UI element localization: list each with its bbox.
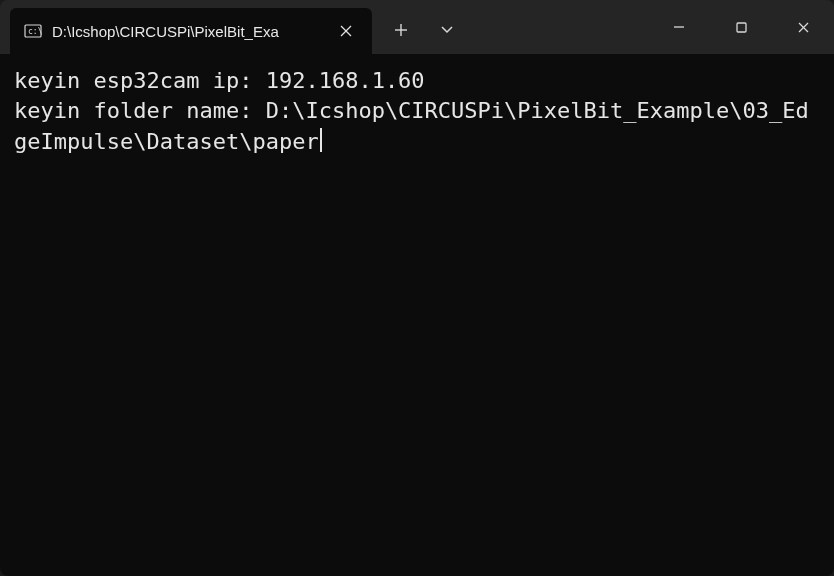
close-icon [340,25,352,37]
prompt-text: keyin esp32cam ip: [14,68,266,93]
terminal-area[interactable]: keyin esp32cam ip: 192.168.1.60 keyin fo… [0,54,834,576]
input-value: 192.168.1.60 [266,68,425,93]
titlebar: c:\ D:\Icshop\CIRCUSPi\PixelBit_Exa [0,0,834,54]
window-controls [648,0,834,54]
svg-rect-7 [737,23,746,32]
tab-controls [378,0,470,54]
titlebar-drag-area[interactable] [470,0,648,54]
maximize-button[interactable] [710,0,772,54]
text-cursor [320,128,322,152]
active-tab[interactable]: c:\ D:\Icshop\CIRCUSPi\PixelBit_Exa [10,8,372,54]
new-tab-button[interactable] [378,7,424,53]
plus-icon [394,23,408,37]
minimize-button[interactable] [648,0,710,54]
minimize-icon [672,20,686,34]
cmd-icon: c:\ [24,22,42,40]
tab-dropdown-button[interactable] [424,7,470,53]
prompt-text: keyin folder name: [14,98,266,123]
window-close-button[interactable] [772,0,834,54]
tab-close-button[interactable] [332,17,360,45]
tab-title: D:\Icshop\CIRCUSPi\PixelBit_Exa [52,23,322,40]
svg-text:c:\: c:\ [28,27,42,36]
close-icon [797,21,810,34]
maximize-icon [735,21,748,34]
chevron-down-icon [440,25,454,35]
